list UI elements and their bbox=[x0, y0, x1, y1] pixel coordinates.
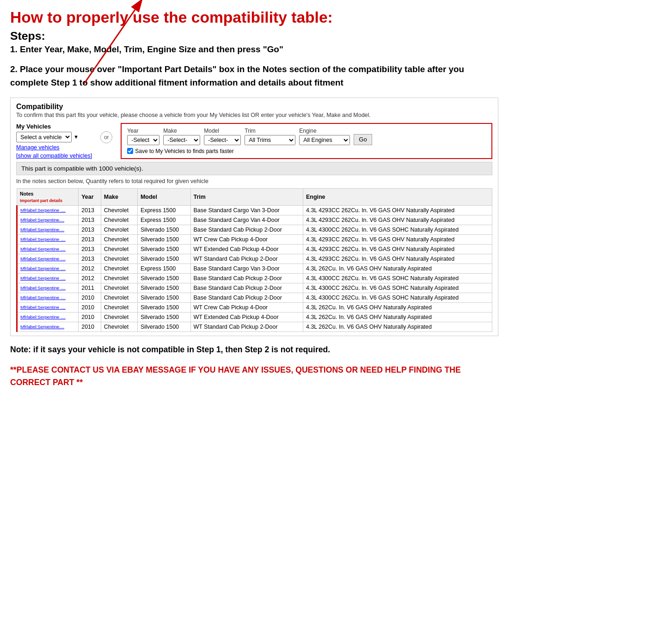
col-header-engine: Engine bbox=[303, 188, 492, 205]
cell-year: 2013 bbox=[79, 234, 101, 244]
save-checkbox[interactable] bbox=[127, 148, 133, 154]
note-section: Note: if it says your vehicle is not com… bbox=[10, 343, 498, 356]
compat-subtitle: To confirm that this part fits your vehi… bbox=[16, 112, 492, 118]
cell-make: Chevrolet bbox=[101, 273, 137, 283]
notes-cell[interactable]: Mfrlabel:Serpentine .... bbox=[17, 273, 79, 283]
contact-section: **PLEASE CONTACT US VIA EBAY MESSAGE IF … bbox=[10, 364, 498, 388]
model-field: Model -Select- bbox=[204, 128, 241, 145]
vehicle-form-section: Year -Select- Make -Select- Model bbox=[121, 123, 492, 159]
manage-vehicles-link[interactable]: Manage vehicles bbox=[16, 144, 92, 151]
cell-make: Chevrolet bbox=[101, 234, 137, 244]
cell-make: Chevrolet bbox=[101, 264, 137, 273]
make-select[interactable]: -Select- bbox=[163, 135, 200, 145]
table-row: Mfrlabel:Serpentine ....2013ChevroletSil… bbox=[17, 234, 492, 244]
notes-cell[interactable]: Mfrlabel:Serpentine .... bbox=[17, 283, 79, 293]
cell-trim: WT Crew Cab Pickup 4-Door bbox=[190, 234, 303, 244]
cell-model: Silverado 1500 bbox=[137, 254, 190, 264]
year-label: Year bbox=[127, 128, 159, 134]
my-vehicles-label: My Vehicles bbox=[16, 123, 92, 130]
notes-cell[interactable]: Mfrlabel:Serpentine .... bbox=[17, 293, 79, 302]
year-select[interactable]: -Select- bbox=[127, 135, 159, 145]
compat-top-row: My Vehicles Select a vehicle ▼ Manage ve… bbox=[16, 123, 492, 159]
cell-engine: 4.3L 4293CC 262Cu. In. V6 GAS OHV Natura… bbox=[303, 244, 492, 254]
notes-bar: In the notes section below, Quantity ref… bbox=[16, 178, 492, 184]
table-row: Mfrlabel:Serpentine ....2010ChevroletSil… bbox=[17, 293, 492, 302]
table-row: Mfrlabel:Serpentine ....2013ChevroletSil… bbox=[17, 244, 492, 254]
col-header-make: Make bbox=[101, 188, 137, 205]
or-circle: or bbox=[100, 131, 112, 143]
cell-make: Chevrolet bbox=[101, 312, 137, 322]
cell-model: Silverado 1500 bbox=[137, 302, 190, 312]
cell-year: 2010 bbox=[79, 302, 101, 312]
notes-cell[interactable]: Mfrlabel:Serpentine.... bbox=[17, 215, 79, 225]
show-all-link[interactable]: [show all compatible vehicles] bbox=[16, 153, 92, 159]
cell-engine: 4.3L 4300CC 262Cu. In. V6 GAS SOHC Natur… bbox=[303, 293, 492, 302]
model-select[interactable]: -Select- bbox=[204, 135, 241, 145]
table-row: Mfrlabel:Serpentine ....2011ChevroletSil… bbox=[17, 283, 492, 293]
model-label: Model bbox=[204, 128, 241, 134]
go-button[interactable]: Go bbox=[354, 134, 372, 145]
select-vehicle-dropdown[interactable]: Select a vehicle bbox=[16, 132, 72, 142]
col-header-model: Model bbox=[137, 188, 190, 205]
notes-cell[interactable]: Mfrlabel:Serpentine .... bbox=[17, 254, 79, 264]
table-row: Mfrlabel:Serpentine ....2010ChevroletSil… bbox=[17, 312, 492, 322]
cell-year: 2012 bbox=[79, 273, 101, 283]
dropdown-arrow-icon: ▼ bbox=[74, 134, 79, 140]
cell-year: 2013 bbox=[79, 225, 101, 234]
compatible-info-bar: This part is compatible with 1000 vehicl… bbox=[16, 162, 492, 175]
notes-cell[interactable]: Mfrlabel:Serpentine.... bbox=[17, 322, 79, 331]
table-row: Mfrlabel:Serpentine....2013ChevroletExpr… bbox=[17, 215, 492, 225]
cell-make: Chevrolet bbox=[101, 215, 137, 225]
cell-trim: WT Extended Cab Pickup 4-Door bbox=[190, 244, 303, 254]
save-label: Save to My Vehicles to finds parts faste… bbox=[135, 148, 233, 154]
cell-make: Chevrolet bbox=[101, 205, 137, 215]
cell-make: Chevrolet bbox=[101, 302, 137, 312]
trim-select[interactable]: All Trims bbox=[245, 135, 295, 145]
cell-trim: Base Standard Cab Pickup 2-Door bbox=[190, 225, 303, 234]
cell-trim: Base Standard Cargo Van 4-Door bbox=[190, 215, 303, 225]
notes-cell[interactable]: Mfrlabel:Serpentine .... bbox=[17, 205, 79, 215]
cell-model: Silverado 1500 bbox=[137, 225, 190, 234]
col-header-notes: Notes Important part details bbox=[17, 188, 79, 205]
cell-year: 2013 bbox=[79, 254, 101, 264]
cell-engine: 4.3L 262Cu. In. V6 GAS OHV Naturally Asp… bbox=[303, 322, 492, 331]
compatibility-box: Compatibility To confirm that this part … bbox=[10, 98, 498, 336]
cell-trim: WT Standard Cab Pickup 2-Door bbox=[190, 322, 303, 331]
cell-year: 2010 bbox=[79, 293, 101, 302]
cell-trim: Base Standard Cargo Van 3-Door bbox=[190, 205, 303, 215]
cell-trim: WT Extended Cab Pickup 4-Door bbox=[190, 312, 303, 322]
cell-model: Silverado 1500 bbox=[137, 273, 190, 283]
my-vehicles-dropdown: Select a vehicle ▼ bbox=[16, 132, 92, 142]
notes-cell[interactable]: Mfrlabel:Serpentine .... bbox=[17, 302, 79, 312]
notes-cell[interactable]: Mfrlabel:Serpentine.... bbox=[17, 225, 79, 234]
cell-make: Chevrolet bbox=[101, 225, 137, 234]
save-checkbox-row: Save to My Vehicles to finds parts faste… bbox=[127, 148, 486, 154]
table-row: Mfrlabel:Serpentine....2013ChevroletSilv… bbox=[17, 225, 492, 234]
notes-cell[interactable]: Mfrlabel:Serpentine .... bbox=[17, 264, 79, 273]
engine-select[interactable]: All Engines bbox=[299, 135, 350, 145]
trim-field: Trim All Trims bbox=[245, 128, 295, 145]
steps-heading: Steps: bbox=[10, 30, 498, 43]
cell-engine: 4.3L 4300CC 262Cu. In. V6 GAS SOHC Natur… bbox=[303, 283, 492, 293]
cell-model: Express 1500 bbox=[137, 264, 190, 273]
step1-text: 1. Enter Year, Make, Model, Trim, Engine… bbox=[10, 44, 498, 55]
cell-make: Chevrolet bbox=[101, 322, 137, 331]
notes-cell[interactable]: Mfrlabel:Serpentine .... bbox=[17, 234, 79, 244]
my-vehicles-section: My Vehicles Select a vehicle ▼ Manage ve… bbox=[16, 123, 92, 159]
cell-model: Express 1500 bbox=[137, 205, 190, 215]
cell-model: Silverado 1500 bbox=[137, 293, 190, 302]
cell-make: Chevrolet bbox=[101, 244, 137, 254]
notes-cell[interactable]: Mfrlabel:Serpentine .... bbox=[17, 244, 79, 254]
table-row: Mfrlabel:Serpentine....2010ChevroletSilv… bbox=[17, 322, 492, 331]
cell-trim: Base Standard Cargo Van 3-Door bbox=[190, 264, 303, 273]
step2-text: 2. Place your mouse over "Important Part… bbox=[10, 63, 498, 89]
table-row: Mfrlabel:Serpentine ....2012ChevroletExp… bbox=[17, 264, 492, 273]
cell-engine: 4.3L 262Cu. In. V6 GAS OHV Naturally Asp… bbox=[303, 302, 492, 312]
col-header-trim: Trim bbox=[190, 188, 303, 205]
cell-engine: 4.3L 262Cu. In. V6 GAS OHV Naturally Asp… bbox=[303, 264, 492, 273]
cell-year: 2013 bbox=[79, 215, 101, 225]
notes-cell[interactable]: Mfrlabel:Serpentine .... bbox=[17, 312, 79, 322]
col-header-year: Year bbox=[79, 188, 101, 205]
cell-trim: WT Standard Cab Pickup 2-Door bbox=[190, 254, 303, 264]
cell-engine: 4.3L 4300CC 262Cu. In. V6 GAS SOHC Natur… bbox=[303, 225, 492, 234]
